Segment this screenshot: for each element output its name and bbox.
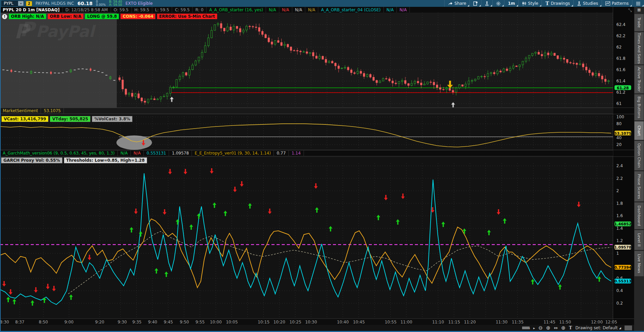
sidebar-tab-trade[interactable]: Trade [634, 14, 644, 31]
vcast-labels-row: VCast: 13,416,799VTday: 505,825%VolCast:… [1, 116, 132, 122]
sidebar-tab-live-news[interactable]: Live News [634, 251, 644, 276]
svg-text:10:00: 10:00 [210, 320, 222, 324]
svg-text:2.2: 2.2 [616, 176, 623, 181]
svg-text:40: 40 [616, 135, 621, 140]
svg-text:80: 80 [616, 121, 621, 126]
text-note-icon[interactable]: T [569, 326, 572, 330]
svg-text:10:25: 10:25 [290, 320, 302, 324]
svg-text:9:55: 9:55 [196, 320, 205, 324]
sidebar-tab-level-ii[interactable]: Level II [634, 230, 644, 250]
svg-text:9:50: 9:50 [180, 320, 189, 324]
svg-text:61.28: 61.28 [617, 86, 629, 90]
svg-text:11:15: 11:15 [448, 320, 460, 324]
svg-text:1.4: 1.4 [616, 226, 623, 231]
svg-text:61.8: 61.8 [616, 56, 626, 61]
sidebar-tab-active-trader[interactable]: Active Trader [634, 65, 644, 93]
svg-text:1.6: 1.6 [616, 213, 623, 218]
garch-study-readout[interactable]: 1.14 [289, 150, 304, 156]
svg-text:10:05: 10:05 [226, 320, 238, 324]
svg-text:11:30: 11:30 [496, 320, 508, 324]
svg-text:62.4: 62.4 [616, 22, 626, 27]
sentiment-study-value: 53.1075 [41, 108, 64, 114]
pan-icon[interactable]: ⇔ [554, 325, 558, 331]
sidebar-tab-dashboard[interactable]: Dashboard [634, 202, 644, 229]
status-bar: ◂ ▸ ⊖ ⊕ ⇔ ⊕ T Drawing set: Default ◢ [0, 325, 634, 331]
svg-text:PayPal: PayPal [36, 22, 96, 41]
svg-text:8:50: 8:50 [39, 320, 48, 324]
svg-text:9:30: 9:30 [118, 320, 127, 324]
svg-text:9:35: 9:35 [132, 320, 142, 324]
thinkorswim-window: PYPL ▾ 2 PAYPAL HLDGS INC 60.18 00.00% B… [0, 0, 644, 332]
volume-forecast-badge: %VolCast: 3.8% [92, 116, 132, 122]
svg-text:0.55313: 0.55313 [614, 279, 631, 283]
svg-text:9:00: 9:00 [65, 320, 74, 324]
svg-text:10:45: 10:45 [353, 320, 365, 324]
svg-text:11:45: 11:45 [544, 320, 556, 324]
svg-text:9:40: 9:40 [148, 320, 157, 324]
svg-text:20: 20 [616, 142, 621, 147]
svg-text:0.77394: 0.77394 [614, 265, 631, 270]
svg-text:1.8: 1.8 [616, 201, 623, 206]
sidebar-grid-icon[interactable]: ▦ [634, 7, 644, 14]
svg-text:61: 61 [616, 101, 621, 106]
svg-text:61.2: 61.2 [616, 90, 626, 95]
alert-badge: ORB Low: N/A [48, 14, 83, 19]
drawing-set-caret-icon: ◢ [619, 327, 621, 330]
svg-text:2.4: 2.4 [616, 163, 623, 168]
alert-badge: ORB High: N/A [9, 14, 46, 19]
zoom-out-icon[interactable]: ⊖ [538, 325, 543, 331]
sidebar-tab-chart[interactable]: Chart [634, 121, 644, 140]
chart-canvas[interactable]: PPPayPal62.462.26261.861.661.461.2611008… [0, 0, 634, 332]
sentiment-study-name[interactable]: MarketSentiment [0, 108, 41, 114]
svg-text:9:20: 9:20 [95, 320, 104, 324]
window-left-edge [0, 7, 1, 331]
svg-text:53.1075: 53.1075 [614, 131, 631, 136]
drawing-set-selector[interactable]: Drawing set: Default ◢ [575, 326, 621, 330]
garch-study-readout[interactable]: N/A [131, 150, 144, 156]
alert-badge: CONS: -0.064 [121, 14, 155, 19]
volume-forecast-badge: VCast: 13,416,799 [1, 116, 48, 122]
garch-info-badge: Thresholds: Low=0.85, High=1.28 [64, 157, 147, 163]
svg-text:10:15: 10:15 [258, 320, 270, 324]
svg-text:100: 100 [616, 115, 624, 119]
svg-text:12:05: 12:05 [605, 320, 617, 324]
svg-text:1.46852: 1.46852 [614, 222, 631, 226]
svg-text:1.2: 1.2 [616, 238, 623, 243]
garch-study-readout[interactable]: E_E_Entropy5_ver01 (9, 30, 14, 1.14) [192, 150, 274, 156]
garch-info-badge: GARCH Proxy Vol: 0.55% [1, 157, 62, 163]
svg-text:61.4: 61.4 [616, 79, 626, 83]
zoom-in-icon[interactable]: ⊕ [546, 325, 550, 331]
alert-badge: ERROR: Use 5-Min Chart [157, 14, 217, 19]
svg-text:10:40: 10:40 [337, 320, 349, 324]
resize-corner[interactable] [625, 326, 632, 330]
svg-text:1: 1 [616, 251, 619, 256]
svg-text:0.4: 0.4 [616, 288, 623, 293]
garch-study-readout[interactable]: 0.553131 [144, 150, 169, 156]
crosshair-icon[interactable]: ⊕ [561, 325, 566, 331]
sidebar-tab-big-buttons[interactable]: Big Buttons [634, 94, 644, 120]
svg-text:11:50: 11:50 [559, 320, 571, 324]
garch-labels-row: GARCH Proxy Vol: 0.55%Thresholds: Low=0.… [1, 157, 147, 163]
svg-text:10:55: 10:55 [385, 320, 397, 324]
alert-icon[interactable]: ! [2, 14, 7, 19]
svg-text:8:30: 8:30 [0, 320, 9, 324]
alert-badges-row: ! ORB High: N/AORB Low: N/ALONG @ 59.8CO… [2, 14, 217, 19]
scroll-right-icon[interactable]: ▸ [533, 326, 535, 330]
svg-text:P: P [20, 18, 37, 41]
alert-badge: LONG @ 59.8 [85, 14, 119, 19]
sidebar-tab-option-chain[interactable]: Option Chain [634, 141, 644, 170]
svg-text:11:35: 11:35 [512, 320, 524, 324]
garch-study-readout[interactable]: 0.77 [274, 150, 289, 156]
menu-icon [636, 2, 641, 5]
sentiment-study-header: MarketSentiment 53.1075 [0, 108, 613, 114]
garch-study-readout[interactable]: N/A [118, 150, 131, 156]
svg-text:0.2: 0.2 [616, 301, 623, 306]
garch-study-readout[interactable]: 1.09578 [169, 150, 192, 156]
sidebar-tab-phase-scores[interactable]: Phase Scores [634, 171, 644, 201]
svg-text:⤡: ⤡ [628, 8, 632, 13]
sidebar-tab-times-and-sales[interactable]: Times And Sales [634, 32, 644, 64]
garch-study-readout[interactable]: A_GarchMath_version06 (9, 0.5, 0.63, 45,… [0, 150, 118, 156]
svg-text:62: 62 [616, 45, 621, 50]
svg-text:9:45: 9:45 [164, 320, 173, 324]
horizontal-scrollbar-thumb[interactable] [522, 327, 530, 329]
